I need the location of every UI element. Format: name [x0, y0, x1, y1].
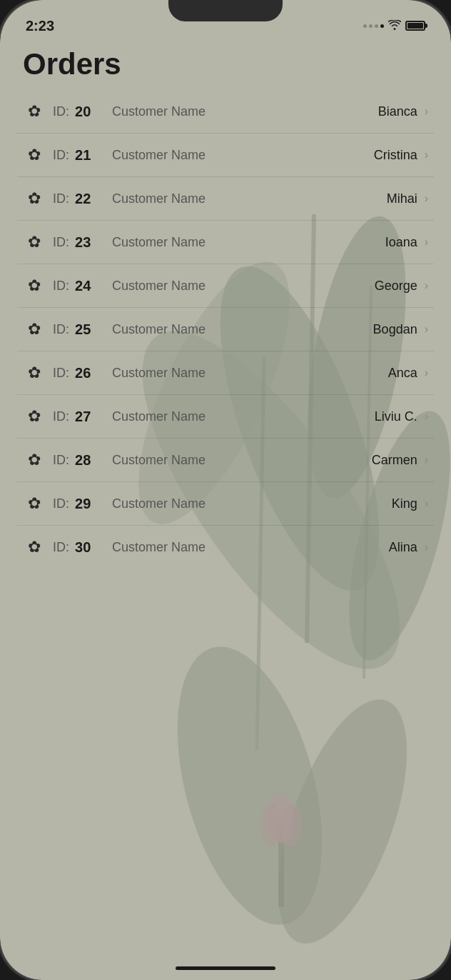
signal-dot-2	[369, 24, 373, 28]
order-row[interactable]: ✿ ID: 26 Customer Name Anca ›	[17, 351, 434, 395]
flower-icon: ✿	[23, 361, 46, 384]
order-row[interactable]: ✿ ID: 27 Customer Name Liviu C. ›	[17, 395, 434, 439]
flower-icon: ✿	[23, 492, 46, 515]
notch	[168, 0, 283, 21]
status-icons	[363, 20, 425, 32]
order-field-label: Customer Name	[112, 366, 360, 381]
order-id-value: 22	[75, 191, 98, 207]
order-id-value: 27	[75, 409, 98, 425]
chevron-right-icon: ›	[425, 236, 428, 249]
flower-icon: ✿	[23, 144, 46, 166]
order-row[interactable]: ✿ ID: 24 Customer Name George ›	[17, 264, 434, 308]
order-id-value: 20	[75, 104, 98, 120]
order-row[interactable]: ✿ ID: 28 Customer Name Carmen ›	[17, 439, 434, 482]
order-id-value: 30	[75, 539, 98, 556]
wifi-icon	[388, 20, 401, 32]
order-row[interactable]: ✿ ID: 20 Customer Name Bianca ›	[17, 90, 434, 134]
order-customer-name: George	[360, 279, 417, 294]
order-row[interactable]: ✿ ID: 21 Customer Name Cristina ›	[17, 134, 434, 177]
order-field-label: Customer Name	[112, 279, 360, 294]
order-field-label: Customer Name	[112, 104, 360, 119]
order-field-label: Customer Name	[112, 453, 360, 468]
chevron-right-icon: ›	[425, 192, 428, 205]
order-id-label: ID:	[53, 322, 69, 337]
order-id-label: ID:	[53, 540, 69, 555]
phone-frame: 2:23	[0, 0, 451, 980]
flower-icon: ✿	[23, 274, 46, 297]
order-customer-name: King	[360, 496, 417, 511]
order-field-label: Customer Name	[112, 322, 360, 337]
order-id-label: ID:	[53, 148, 69, 163]
order-id-label: ID:	[53, 279, 69, 294]
order-id-value: 26	[75, 365, 98, 381]
signal-dots	[363, 24, 384, 28]
order-row[interactable]: ✿ ID: 22 Customer Name Mihai ›	[17, 177, 434, 221]
order-id-value: 29	[75, 496, 98, 512]
chevron-right-icon: ›	[425, 279, 428, 292]
battery-icon	[405, 21, 425, 31]
phone-screen: 2:23	[0, 0, 451, 980]
order-id-label: ID:	[53, 409, 69, 424]
chevron-right-icon: ›	[425, 454, 428, 466]
order-customer-name: Bianca	[360, 104, 417, 119]
order-id-value: 28	[75, 452, 98, 469]
flower-icon: ✿	[23, 405, 46, 428]
order-field-label: Customer Name	[112, 540, 360, 555]
order-field-label: Customer Name	[112, 409, 360, 424]
chevron-right-icon: ›	[425, 410, 428, 423]
home-indicator	[176, 966, 275, 970]
signal-dot-1	[363, 24, 367, 28]
order-id-value: 21	[75, 147, 98, 164]
chevron-right-icon: ›	[425, 105, 428, 118]
order-id-label: ID:	[53, 235, 69, 250]
order-customer-name: Anca	[360, 366, 417, 381]
flower-icon: ✿	[23, 318, 46, 341]
order-field-label: Customer Name	[112, 148, 360, 163]
chevron-right-icon: ›	[425, 323, 428, 336]
order-customer-name: Liviu C.	[360, 409, 417, 424]
status-time: 2:23	[26, 18, 54, 34]
flower-icon: ✿	[23, 231, 46, 254]
svg-point-13	[280, 804, 302, 846]
order-row[interactable]: ✿ ID: 29 Customer Name King ›	[17, 482, 434, 526]
order-customer-name: Bogdan	[360, 322, 417, 337]
order-customer-name: Carmen	[360, 453, 417, 468]
flower-icon: ✿	[23, 187, 46, 210]
order-customer-name: Cristina	[360, 148, 417, 163]
flower-icon: ✿	[23, 536, 46, 559]
chevron-right-icon: ›	[425, 497, 428, 510]
order-customer-name: Ioana	[360, 235, 417, 250]
order-list: ✿ ID: 20 Customer Name Bianca › ✿ ID: 21…	[17, 90, 434, 569]
order-customer-name: Mihai	[360, 191, 417, 206]
order-id-label: ID:	[53, 366, 69, 381]
order-id-value: 23	[75, 234, 98, 251]
order-row[interactable]: ✿ ID: 30 Customer Name Alina ›	[17, 526, 434, 569]
flower-icon: ✿	[23, 449, 46, 471]
flower-icon: ✿	[23, 100, 46, 123]
order-customer-name: Alina	[360, 540, 417, 555]
order-id-label: ID:	[53, 453, 69, 468]
order-field-label: Customer Name	[112, 191, 360, 206]
chevron-right-icon: ›	[425, 366, 428, 379]
order-id-value: 25	[75, 321, 98, 338]
order-id-label: ID:	[53, 496, 69, 511]
order-field-label: Customer Name	[112, 496, 360, 511]
chevron-right-icon: ›	[425, 541, 428, 554]
signal-dot-4	[380, 24, 384, 28]
order-field-label: Customer Name	[112, 235, 360, 250]
order-id-label: ID:	[53, 104, 69, 119]
order-row[interactable]: ✿ ID: 23 Customer Name Ioana ›	[17, 221, 434, 264]
svg-point-12	[260, 804, 282, 846]
main-content: Orders ✿ ID: 20 Customer Name Bianca › ✿…	[0, 40, 451, 569]
signal-dot-3	[375, 24, 378, 28]
order-row[interactable]: ✿ ID: 25 Customer Name Bogdan ›	[17, 308, 434, 351]
order-id-value: 24	[75, 278, 98, 294]
chevron-right-icon: ›	[425, 149, 428, 161]
page-title: Orders	[17, 47, 434, 81]
order-id-label: ID:	[53, 191, 69, 206]
